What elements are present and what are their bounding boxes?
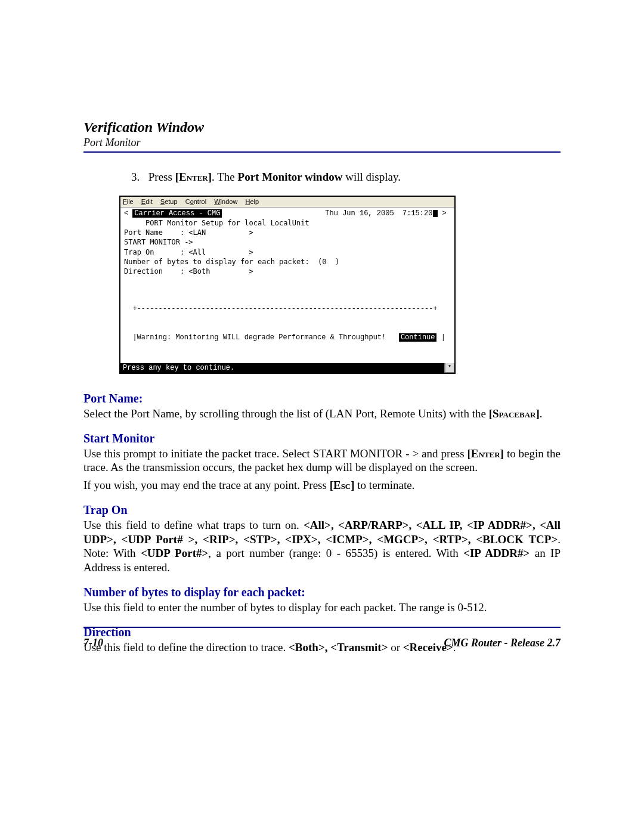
term-line-port-name: Port Name : <LAN > (124, 228, 451, 237)
instruction-step: 3. Press [Enter]. The Port Monitor windo… (131, 171, 561, 184)
paragraph: Use this field to define what traps to t… (83, 518, 561, 575)
term-line-trap-on: Trap On : <All > (124, 247, 451, 257)
enter-key: [Enter] (467, 447, 504, 460)
continue-button[interactable]: Continue (399, 333, 437, 342)
esc-key: [Esc] (330, 479, 355, 491)
heading-trap-on: Trap On (83, 503, 561, 517)
paragraph: Select the Port Name, by scrolling throu… (83, 407, 561, 421)
footer-rule (83, 627, 561, 628)
scroll-down-icon[interactable]: ▾ (445, 362, 454, 373)
page-number: 7-10 (83, 637, 103, 649)
page-title: Verification Window (83, 119, 561, 135)
menu-file[interactable]: File (123, 198, 134, 205)
term-line-bytes: Number of bytes to display for each pack… (124, 257, 451, 267)
menu-window[interactable]: Window (214, 198, 237, 205)
enter-key: [Enter] (175, 171, 212, 183)
terminal-timestamp: Thu Jun 16, 2005 7:15:20 > (325, 209, 451, 218)
udp-port-option: <UDP Port#> (141, 547, 208, 559)
menu-control[interactable]: Control (185, 198, 206, 205)
menu-setup[interactable]: Setup (160, 198, 178, 205)
terminal-title: Carrier Access - CMG (132, 209, 222, 218)
menu-edit[interactable]: Edit (141, 198, 153, 205)
terminal-topbar: < Carrier Access - CMG Thu Jun 16, 2005 … (124, 209, 451, 218)
paragraph: Use this field to enter the number of by… (83, 600, 561, 615)
cursor-icon (433, 210, 438, 217)
terminal-footer: Press any key to continue. (120, 363, 454, 373)
terminal-body: < Carrier Access - CMG Thu Jun 16, 2005 … (120, 208, 454, 363)
terminal-menubar[interactable]: File Edit Setup Control Window Help (120, 197, 454, 208)
spacebar-key: [Spacebar] (489, 407, 540, 420)
heading-bytes: Number of bytes to display for each pack… (83, 586, 561, 599)
ip-addr-option: <IP ADDR#> (463, 547, 530, 559)
terminal-warning: +---------------------------------------… (124, 284, 451, 362)
section-trap-on: Trap On Use this field to define what tr… (83, 503, 561, 575)
section-start-monitor: Start Monitor Use this prompt to initiat… (83, 432, 561, 493)
page-header: Verification Window Port Monitor (83, 119, 561, 153)
terminal-left: < Carrier Access - CMG (124, 209, 222, 218)
paragraph: Use this prompt to initiate the packet t… (83, 447, 561, 475)
page-subtitle: Port Monitor (83, 137, 561, 149)
term-line: PORT Monitor Setup for local LocalUnit (124, 218, 451, 228)
heading-port-name: Port Name: (83, 392, 561, 405)
terminal-screenshot: File Edit Setup Control Window Help ▴ ▾ … (119, 196, 456, 374)
section-bytes: Number of bytes to display for each pack… (83, 586, 561, 615)
term-line-direction: Direction : <Both > (124, 267, 451, 276)
step-number: 3. (131, 171, 145, 184)
header-rule (83, 151, 561, 153)
step-text: Press [Enter]. The Port Monitor window w… (148, 171, 401, 183)
term-line-start-monitor: START MONITOR -> (124, 237, 451, 247)
doc-title-footer: CMG Router - Release 2.7 (444, 637, 561, 649)
heading-start-monitor: Start Monitor (83, 432, 561, 445)
paragraph: If you wish, you may end the trace at an… (83, 478, 561, 493)
menu-help[interactable]: Help (245, 198, 259, 205)
document-page: Verification Window Port Monitor 3. Pres… (0, 0, 644, 833)
section-port-name: Port Name: Select the Port Name, by scro… (83, 392, 561, 421)
window-name: Port Monitor window (238, 171, 343, 183)
page-footer: 7-10 CMG Router - Release 2.7 (83, 637, 561, 649)
